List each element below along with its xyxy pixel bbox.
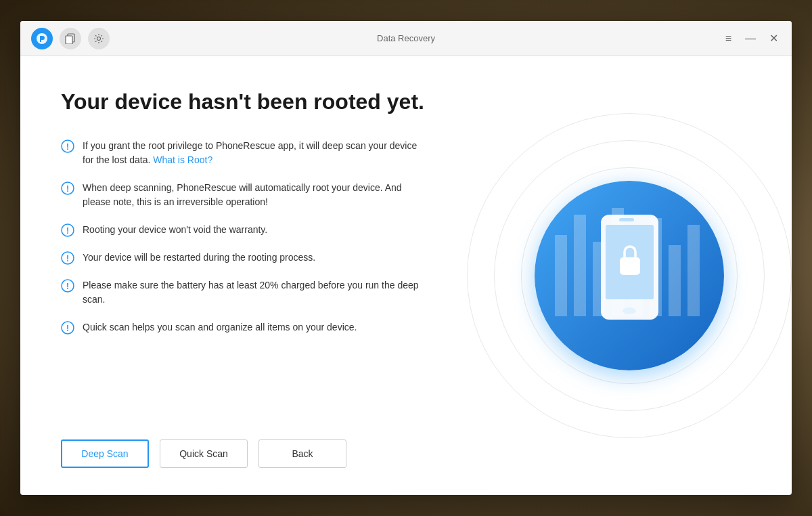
info-text-1: If you grant the root privilege to Phone…: [83, 139, 426, 167]
list-item: ! When deep scanning, PhoneRescue will a…: [61, 181, 426, 209]
info-circle-icon-3: !: [61, 223, 74, 237]
left-panel: Your device hasn't been rooted yet. ! If…: [20, 56, 467, 495]
info-circle-icon-5: !: [61, 279, 74, 293]
app-logo-icon[interactable]: [31, 28, 53, 49]
titlebar-icons: [31, 28, 110, 49]
list-item: ! Your device will be restarted during t…: [61, 251, 426, 265]
svg-text:!: !: [66, 282, 69, 291]
minimize-button[interactable]: —: [742, 30, 759, 47]
app-window: Data Recovery ≡ — ✕ Your device hasn't b…: [20, 21, 792, 495]
list-item: ! Please make sure the battery has at le…: [61, 278, 426, 307]
list-item: ! Rooting your device won't void the war…: [61, 223, 426, 237]
info-text-4: Your device will be restarted during the…: [83, 251, 315, 265]
info-text-3: Rooting your device won't void the warra…: [83, 223, 267, 237]
svg-point-4: [97, 37, 101, 40]
page-title: Your device hasn't been rooted yet.: [61, 89, 426, 114]
info-list: ! If you grant the root privilege to Pho…: [61, 139, 426, 418]
info-text-5: Please make sure the battery has at leas…: [83, 278, 426, 307]
phone-illustration: [535, 181, 724, 370]
what-is-root-link[interactable]: What is Root?: [153, 154, 212, 165]
svg-rect-18: [574, 215, 586, 316]
menu-button[interactable]: ≡: [723, 30, 734, 47]
button-row: Deep Scan Quick Scan Back: [61, 439, 426, 468]
info-text-2: When deep scanning, PhoneRescue will aut…: [83, 181, 426, 209]
svg-text:!: !: [66, 254, 69, 263]
svg-rect-29: [619, 218, 634, 221]
deep-scan-button[interactable]: Deep Scan: [61, 439, 149, 468]
svg-rect-17: [555, 235, 567, 316]
list-item: ! Quick scan helps you scan and organize…: [61, 320, 426, 335]
svg-rect-3: [66, 36, 72, 44]
window-controls: ≡ — ✕: [723, 30, 781, 47]
close-button[interactable]: ✕: [767, 30, 781, 47]
settings-icon[interactable]: [88, 28, 110, 49]
svg-text:!: !: [66, 226, 69, 236]
svg-rect-27: [620, 257, 640, 275]
window-title: Data Recovery: [377, 33, 435, 43]
title-bar: Data Recovery ≡ — ✕: [20, 21, 792, 56]
svg-text:!: !: [66, 324, 69, 333]
svg-text:!: !: [66, 184, 69, 194]
info-circle-icon-4: !: [61, 251, 74, 265]
info-circle-icon-6: !: [61, 321, 74, 335]
info-text-6: Quick scan helps you scan and organize a…: [83, 320, 357, 335]
phone-svg: [591, 211, 669, 340]
list-item: ! If you grant the root privilege to Pho…: [61, 139, 426, 167]
quick-scan-button[interactable]: Quick Scan: [160, 439, 248, 468]
info-circle-icon-1: !: [61, 139, 74, 153]
info-circle-icon-2: !: [61, 181, 74, 195]
svg-text:!: !: [66, 142, 69, 152]
svg-point-1: [43, 37, 44, 39]
svg-rect-24: [687, 225, 700, 316]
content-area: Your device hasn't been rooted yet. ! If…: [20, 56, 792, 495]
right-panel: [467, 56, 792, 495]
svg-rect-23: [669, 245, 681, 316]
back-button[interactable]: Back: [258, 439, 346, 468]
svg-point-28: [623, 307, 636, 314]
copy-icon[interactable]: [60, 28, 81, 49]
